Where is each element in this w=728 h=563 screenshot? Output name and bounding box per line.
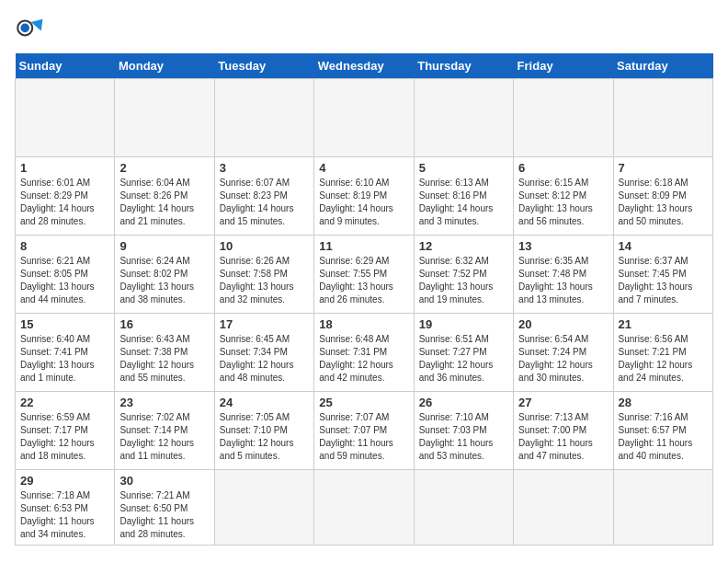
calendar-cell: 28Sunrise: 7:16 AMSunset: 6:57 PMDayligh… xyxy=(613,392,712,470)
calendar-cell: 23Sunrise: 7:02 AMSunset: 7:14 PMDayligh… xyxy=(115,392,214,470)
calendar-cell xyxy=(514,79,613,157)
calendar-cell: 15Sunrise: 6:40 AMSunset: 7:41 PMDayligh… xyxy=(16,314,115,392)
calendar-cell: 13Sunrise: 6:35 AMSunset: 7:48 PMDayligh… xyxy=(514,236,613,314)
day-number: 21 xyxy=(619,317,708,331)
day-number: 11 xyxy=(319,239,408,253)
calendar-cell: 18Sunrise: 6:48 AMSunset: 7:31 PMDayligh… xyxy=(314,314,414,392)
day-info: Sunrise: 6:54 AMSunset: 7:24 PMDaylight:… xyxy=(518,333,608,385)
week-row-1: 1Sunrise: 6:01 AMSunset: 8:29 PMDaylight… xyxy=(16,157,713,236)
calendar-cell xyxy=(414,470,513,546)
day-info: Sunrise: 6:43 AMSunset: 7:38 PMDaylight:… xyxy=(119,333,209,385)
calendar-cell: 11Sunrise: 6:29 AMSunset: 7:55 PMDayligh… xyxy=(314,236,414,314)
calendar-cell: 6Sunrise: 6:15 AMSunset: 8:12 PMDaylight… xyxy=(514,157,613,236)
day-info: Sunrise: 6:24 AMSunset: 8:02 PMDaylight:… xyxy=(119,255,209,306)
day-info: Sunrise: 7:16 AMSunset: 6:57 PMDaylight:… xyxy=(619,411,708,463)
day-number: 22 xyxy=(20,396,109,409)
day-info: Sunrise: 6:07 AMSunset: 8:23 PMDaylight:… xyxy=(220,177,309,228)
day-number: 1 xyxy=(20,161,109,175)
calendar-cell: 22Sunrise: 6:59 AMSunset: 7:17 PMDayligh… xyxy=(16,392,115,470)
day-number: 3 xyxy=(220,161,309,175)
day-info: Sunrise: 6:59 AMSunset: 7:17 PMDaylight:… xyxy=(20,411,109,463)
calendar-cell: 14Sunrise: 6:37 AMSunset: 7:45 PMDayligh… xyxy=(613,236,712,314)
day-info: Sunrise: 6:18 AMSunset: 8:09 PMDaylight:… xyxy=(619,177,708,228)
day-number: 29 xyxy=(20,474,109,488)
day-info: Sunrise: 7:07 AMSunset: 7:07 PMDaylight:… xyxy=(319,411,408,463)
calendar-cell xyxy=(514,470,613,546)
day-header-sunday: Sunday xyxy=(16,53,115,79)
calendar-cell: 19Sunrise: 6:51 AMSunset: 7:27 PMDayligh… xyxy=(414,314,513,392)
day-info: Sunrise: 6:45 AMSunset: 7:34 PMDaylight:… xyxy=(220,333,309,385)
day-info: Sunrise: 6:21 AMSunset: 8:05 PMDaylight:… xyxy=(20,255,109,306)
day-number: 8 xyxy=(20,239,109,253)
day-number: 24 xyxy=(220,396,309,409)
day-info: Sunrise: 6:51 AMSunset: 7:27 PMDaylight:… xyxy=(419,333,508,385)
day-number: 5 xyxy=(419,161,508,175)
day-number: 4 xyxy=(319,161,408,175)
day-info: Sunrise: 7:02 AMSunset: 7:14 PMDaylight:… xyxy=(119,411,209,463)
day-info: Sunrise: 7:21 AMSunset: 6:50 PMDaylight:… xyxy=(119,489,209,541)
day-number: 14 xyxy=(619,239,708,253)
day-number: 6 xyxy=(518,161,608,175)
calendar-cell xyxy=(314,79,414,157)
calendar-cell xyxy=(613,79,712,157)
day-number: 25 xyxy=(319,396,408,409)
day-number: 16 xyxy=(119,317,209,331)
calendar-cell xyxy=(16,79,115,157)
day-info: Sunrise: 6:04 AMSunset: 8:26 PMDaylight:… xyxy=(119,177,209,228)
page-header xyxy=(15,15,713,44)
calendar-cell: 2Sunrise: 6:04 AMSunset: 8:26 PMDaylight… xyxy=(115,157,214,236)
day-info: Sunrise: 6:13 AMSunset: 8:16 PMDaylight:… xyxy=(419,177,508,228)
calendar-cell: 20Sunrise: 6:54 AMSunset: 7:24 PMDayligh… xyxy=(514,314,613,392)
calendar-cell: 10Sunrise: 6:26 AMSunset: 7:58 PMDayligh… xyxy=(214,236,313,314)
calendar-cell: 5Sunrise: 6:13 AMSunset: 8:16 PMDaylight… xyxy=(414,157,513,236)
day-info: Sunrise: 7:18 AMSunset: 6:53 PMDaylight:… xyxy=(20,489,109,541)
day-number: 7 xyxy=(619,161,708,175)
day-number: 12 xyxy=(419,239,508,253)
calendar-cell: 3Sunrise: 6:07 AMSunset: 8:23 PMDaylight… xyxy=(214,157,313,236)
logo xyxy=(15,15,48,44)
day-number: 28 xyxy=(619,396,708,409)
day-info: Sunrise: 6:40 AMSunset: 7:41 PMDaylight:… xyxy=(20,333,109,385)
day-number: 10 xyxy=(220,239,309,253)
calendar-cell: 25Sunrise: 7:07 AMSunset: 7:07 PMDayligh… xyxy=(314,392,414,470)
day-info: Sunrise: 6:56 AMSunset: 7:21 PMDaylight:… xyxy=(619,333,708,385)
calendar-cell: 29Sunrise: 7:18 AMSunset: 6:53 PMDayligh… xyxy=(16,470,115,546)
day-info: Sunrise: 6:15 AMSunset: 8:12 PMDaylight:… xyxy=(518,177,608,228)
week-row-3: 15Sunrise: 6:40 AMSunset: 7:41 PMDayligh… xyxy=(16,314,713,392)
day-info: Sunrise: 6:37 AMSunset: 7:45 PMDaylight:… xyxy=(619,255,708,306)
calendar-cell xyxy=(613,470,712,546)
day-info: Sunrise: 6:01 AMSunset: 8:29 PMDaylight:… xyxy=(20,177,109,228)
day-number: 19 xyxy=(419,317,508,331)
calendar-cell: 21Sunrise: 6:56 AMSunset: 7:21 PMDayligh… xyxy=(613,314,712,392)
day-header-friday: Friday xyxy=(514,53,613,79)
day-number: 17 xyxy=(220,317,309,331)
calendar-cell: 30Sunrise: 7:21 AMSunset: 6:50 PMDayligh… xyxy=(115,470,214,546)
day-number: 18 xyxy=(319,317,408,331)
day-number: 26 xyxy=(419,396,508,409)
day-header-wednesday: Wednesday xyxy=(314,53,414,79)
calendar-cell: 17Sunrise: 6:45 AMSunset: 7:34 PMDayligh… xyxy=(214,314,313,392)
day-info: Sunrise: 6:26 AMSunset: 7:58 PMDaylight:… xyxy=(220,255,309,306)
calendar-cell: 1Sunrise: 6:01 AMSunset: 8:29 PMDaylight… xyxy=(16,157,115,236)
day-info: Sunrise: 7:05 AMSunset: 7:10 PMDaylight:… xyxy=(220,411,309,463)
logo-icon xyxy=(15,15,44,44)
calendar-cell: 26Sunrise: 7:10 AMSunset: 7:03 PMDayligh… xyxy=(414,392,513,470)
day-info: Sunrise: 6:10 AMSunset: 8:19 PMDaylight:… xyxy=(319,177,408,228)
calendar-cell: 12Sunrise: 6:32 AMSunset: 7:52 PMDayligh… xyxy=(414,236,513,314)
day-info: Sunrise: 6:48 AMSunset: 7:31 PMDaylight:… xyxy=(319,333,408,385)
calendar-cell: 16Sunrise: 6:43 AMSunset: 7:38 PMDayligh… xyxy=(115,314,214,392)
calendar-cell: 9Sunrise: 6:24 AMSunset: 8:02 PMDaylight… xyxy=(115,236,214,314)
day-number: 23 xyxy=(119,396,209,409)
calendar-table: SundayMondayTuesdayWednesdayThursdayFrid… xyxy=(15,53,713,546)
week-row-0 xyxy=(16,79,713,157)
day-header-monday: Monday xyxy=(115,53,214,79)
day-number: 20 xyxy=(518,317,608,331)
week-row-2: 8Sunrise: 6:21 AMSunset: 8:05 PMDaylight… xyxy=(16,236,713,314)
svg-point-1 xyxy=(20,24,29,33)
day-info: Sunrise: 6:35 AMSunset: 7:48 PMDaylight:… xyxy=(518,255,608,306)
calendar-cell xyxy=(115,79,214,157)
calendar-cell xyxy=(214,470,313,546)
calendar-header-row: SundayMondayTuesdayWednesdayThursdayFrid… xyxy=(16,53,713,79)
calendar-cell: 4Sunrise: 6:10 AMSunset: 8:19 PMDaylight… xyxy=(314,157,414,236)
day-number: 30 xyxy=(119,474,209,488)
